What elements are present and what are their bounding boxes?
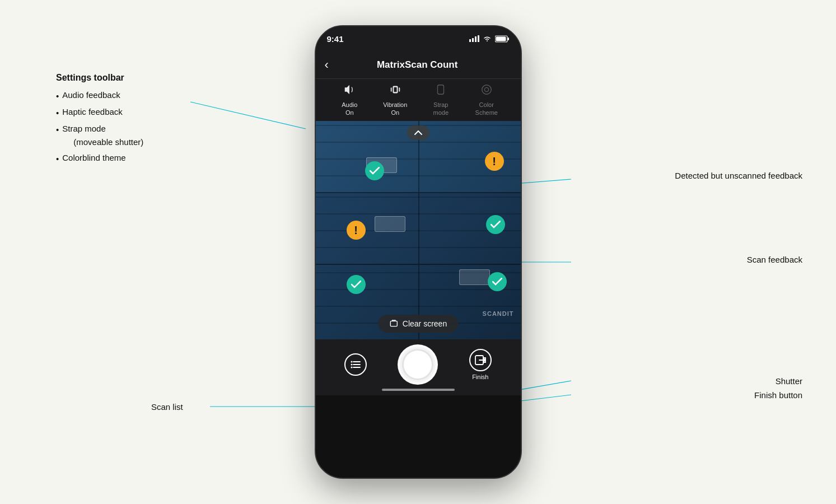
checkmark-icon-3 [351, 281, 361, 288]
list-item-colorblind: • Colorblind theme [56, 151, 213, 166]
back-button[interactable]: ‹ [325, 58, 329, 72]
color-scheme-icon [480, 83, 493, 99]
scan-feedback-badge-2 [486, 215, 505, 234]
shutter-toggle-button[interactable] [407, 125, 429, 140]
svg-point-25 [351, 364, 353, 366]
settings-toolbar: AudioOn VibrationOn [316, 79, 521, 121]
shutter-button[interactable] [398, 344, 438, 385]
toolbar-vibration[interactable]: VibrationOn [379, 83, 412, 116]
battery-icon [495, 35, 510, 43]
list-item-haptic: • Haptic feedback [56, 105, 213, 120]
checkmark-icon [370, 167, 380, 175]
svg-rect-17 [438, 85, 444, 95]
svg-rect-6 [469, 39, 471, 42]
clear-screen-button[interactable]: Clear screen [378, 315, 458, 333]
svg-rect-11 [507, 38, 509, 40]
svg-rect-20 [390, 321, 397, 326]
vibration-label: VibrationOn [383, 101, 407, 116]
list-item-strap: • Strap mode (moveable shutter) [56, 122, 213, 149]
settings-toolbar-title: Settings toolbar [56, 73, 213, 83]
status-time: 9:41 [327, 34, 344, 44]
scandit-watermark: SCANDIT [483, 310, 514, 317]
phone-frame: 9:41 [315, 25, 522, 479]
clear-screen-label: Clear screen [403, 319, 447, 328]
toolbar-strap[interactable]: Strapmode [424, 83, 457, 116]
scan-feedback-badge-1 [365, 161, 384, 180]
scan-list-button[interactable] [344, 353, 367, 376]
bottom-bar: Finish [316, 339, 521, 395]
strap-icon [435, 83, 447, 99]
svg-rect-8 [475, 36, 477, 42]
nav-bar: ‹ MatrixScan Count [316, 51, 521, 79]
toolbar-color-scheme[interactable]: ColorScheme [470, 83, 503, 116]
camera-background: ! ! [316, 121, 521, 339]
detected-unscanned-badge-2: ! [347, 221, 366, 240]
finish-button-annotation: Finish button [754, 390, 802, 400]
svg-rect-9 [478, 35, 479, 42]
status-icons [469, 35, 510, 43]
bullet-icon: • [56, 123, 59, 137]
strap-label: Strapmode [433, 101, 449, 116]
signal-icon [469, 35, 479, 42]
home-indicator [382, 389, 455, 391]
svg-rect-14 [394, 87, 397, 92]
svg-point-24 [351, 361, 353, 363]
bullet-icon: • [56, 90, 59, 103]
bullet-icon: • [56, 106, 59, 120]
audio-label: AudioOn [342, 101, 357, 116]
svg-rect-7 [472, 38, 474, 42]
barcode-label-2 [375, 216, 405, 232]
nav-title: MatrixScan Count [335, 59, 499, 71]
svg-point-26 [351, 367, 353, 368]
phone-device: 9:41 [315, 25, 522, 479]
color-scheme-label: ColorScheme [475, 101, 498, 116]
detected-unscanned-badge-1: ! [485, 152, 504, 171]
finish-button-label: Finish [472, 374, 488, 380]
svg-point-18 [482, 85, 492, 95]
barcode-label-3 [459, 269, 490, 285]
scan-list-annotation: Scan list [151, 402, 183, 412]
finish-button[interactable]: Finish [469, 349, 492, 380]
toolbar-audio[interactable]: AudioOn [333, 83, 366, 116]
vibration-icon [389, 83, 401, 99]
chevron-up-icon [414, 130, 422, 136]
finish-icon [475, 355, 486, 365]
finish-button-circle [469, 349, 492, 371]
audio-icon [343, 83, 356, 99]
left-annotations-panel: Settings toolbar • Audio feedback • Hapt… [56, 73, 213, 168]
clear-icon [389, 319, 398, 328]
svg-rect-12 [496, 36, 506, 41]
scan-feedback-annotation: Scan feedback [747, 255, 802, 264]
settings-list: • Audio feedback • Haptic feedback • Str… [56, 88, 213, 166]
camera-view: ! ! [316, 121, 521, 339]
list-icon [351, 360, 361, 369]
shutter-annotation: Shutter [776, 376, 802, 386]
bullet-icon: • [56, 152, 59, 166]
shutter-inner [402, 349, 433, 380]
checkmark-icon-4 [492, 278, 502, 286]
list-item-audio: • Audio feedback [56, 88, 213, 103]
wifi-icon [483, 35, 492, 42]
status-bar: 9:41 [316, 26, 521, 51]
detected-unscanned-annotation: Detected but unscanned feedback [675, 171, 802, 180]
checkmark-icon-2 [491, 221, 501, 228]
scan-feedback-badge-3 [347, 275, 366, 294]
svg-point-19 [484, 88, 488, 92]
scan-feedback-badge-4 [488, 272, 507, 291]
